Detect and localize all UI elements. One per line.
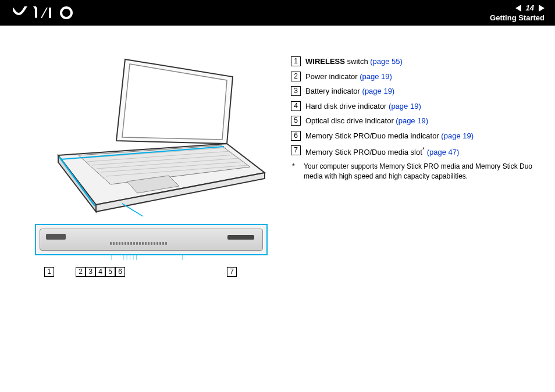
legend-item: 3 Battery indicator (page 19)	[291, 85, 540, 97]
legend-text: Hard disk drive indicator	[305, 102, 389, 111]
next-page-arrow-icon[interactable]	[539, 5, 545, 12]
legend-item: 5 Optical disc drive indicator (page 19)	[291, 115, 540, 127]
page-header: 14 Getting Started	[0, 0, 555, 26]
callout-number: 7	[227, 267, 237, 277]
prev-page-arrow-icon[interactable]	[515, 5, 521, 12]
footnote-text: Your computer supports Memory Stick PRO …	[304, 162, 540, 181]
legend-text: switch	[345, 57, 370, 66]
legend-item: 4 Hard disk drive indicator (page 19)	[291, 101, 540, 112]
page-reference-link[interactable]: (page 19)	[389, 102, 421, 111]
legend-column: 1 WIRELESS switch (page 55) 2 Power indi…	[291, 54, 540, 281]
legend-item: 7 Memory Stick PRO/Duo media slot* (page…	[291, 145, 540, 158]
legend-number: 7	[291, 145, 301, 155]
front-edge-zoom	[35, 224, 268, 255]
legend-bold: WIRELESS	[305, 57, 345, 66]
callout-number: 1	[44, 267, 54, 277]
legend-text: Memory Stick PRO/Duo media indicator	[305, 131, 441, 140]
legend-number: 2	[291, 72, 301, 81]
callout-number: 6	[115, 267, 125, 277]
callout-numbers-row: 1 2 3 4 5 6 7	[35, 267, 268, 281]
page-reference-link[interactable]: (page 19)	[396, 116, 428, 125]
laptop-illustration	[35, 54, 268, 216]
legend-item: 2 Power indicator (page 19)	[291, 71, 540, 83]
illustration-column: 1 2 3 4 5 6 7	[35, 54, 268, 281]
page-reference-link[interactable]: (page 55)	[370, 57, 403, 66]
callout-number: 3	[86, 267, 95, 277]
callout-number: 4	[95, 267, 105, 277]
legend-number: 3	[291, 86, 301, 96]
page-reference-link[interactable]: (page 19)	[362, 87, 395, 95]
page-content: 1 2 3 4 5 6 7 1 WIRELESS switch (page 55…	[0, 26, 555, 281]
legend-number: 5	[291, 116, 301, 126]
legend-number: 1	[291, 56, 301, 66]
page-reference-link[interactable]: (page 47)	[425, 148, 459, 156]
footnote-star: *	[291, 162, 298, 181]
page-reference-link[interactable]: (page 19)	[360, 72, 392, 81]
legend-number: 6	[291, 131, 301, 141]
page-reference-link[interactable]: (page 19)	[441, 131, 474, 140]
section-title: Getting Started	[490, 13, 545, 22]
vaio-logo-svg	[13, 6, 77, 19]
callout-number: 5	[105, 267, 115, 277]
footnote: * Your computer supports Memory Stick PR…	[291, 162, 540, 181]
legend-item: 6 Memory Stick PRO/Duo media indicator (…	[291, 130, 540, 142]
legend-text: Optical disc drive indicator	[305, 116, 396, 125]
legend-number: 4	[291, 101, 301, 111]
svg-rect-0	[49, 8, 51, 18]
legend-text: Power indicator	[305, 72, 360, 81]
legend-item: 1 WIRELESS switch (page 55)	[291, 56, 540, 67]
legend-text: Battery indicator	[305, 87, 362, 95]
legend-text: Memory Stick PRO/Duo media slot	[305, 148, 422, 156]
page-number: 14	[526, 3, 534, 12]
callout-number: 2	[76, 267, 86, 277]
svg-point-1	[61, 8, 72, 18]
page-nav: 14 Getting Started	[490, 3, 545, 22]
vaio-logo	[13, 0, 77, 26]
